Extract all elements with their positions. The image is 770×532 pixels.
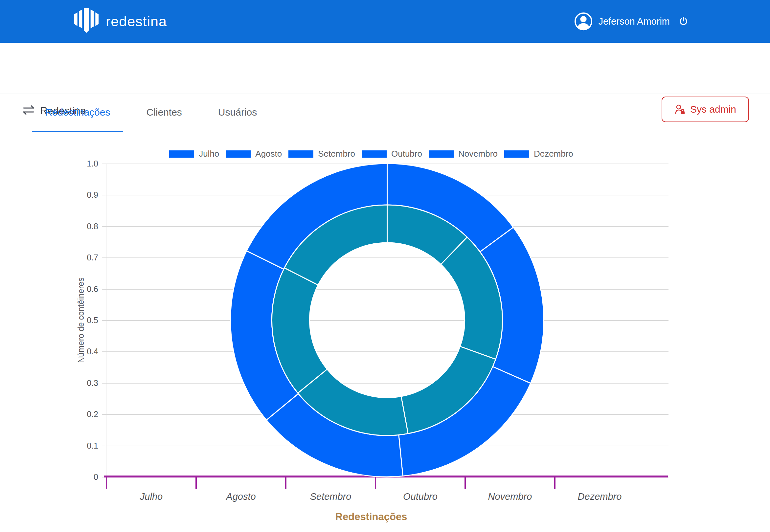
y-tickmark [102,446,106,446]
y-tickmark [102,320,106,321]
y-tick-label: 0.8 [72,221,98,231]
legend-swatch [169,150,194,158]
y-tick-label: 0.6 [72,284,98,294]
x-tick-label: Julho [115,491,187,502]
legend-item-julho[interactable]: Julho [169,149,219,159]
legend-swatch [429,150,454,158]
x-tickmark [465,477,466,489]
x-tick-label: Outubro [384,491,457,502]
gridline [106,320,669,321]
legend-label: Setembro [318,149,355,159]
legend-label: Agosto [255,149,282,159]
gridline [106,383,669,384]
x-axis-title: Redestinações [74,511,669,523]
y-axis-line [106,164,106,477]
x-tick-label: Setembro [295,491,367,502]
tab-redestinacoes[interactable]: Redestinações [32,94,123,132]
legend-item-agosto[interactable]: Agosto [226,149,282,159]
legend-item-setembro[interactable]: Setembro [288,149,355,159]
legend-swatch [288,150,313,158]
y-tick-label: 0.4 [72,346,98,356]
y-tick-label: 0.3 [72,378,98,388]
y-tick-label: 0.2 [72,409,98,419]
y-tick-label: 0.9 [72,190,98,200]
y-tickmark [102,164,106,164]
legend-swatch [226,150,251,158]
x-tick-label: Novembro [474,491,546,502]
legend-item-novembro[interactable]: Novembro [429,149,498,159]
x-tickmark [375,477,376,489]
legend-label: Outubro [391,149,422,159]
x-tickmark [285,477,286,489]
legend-label: Novembro [458,149,498,159]
legend-label: Julho [199,149,219,159]
gridline [106,351,669,352]
legend-item-outubro[interactable]: Outubro [362,149,422,159]
legend-swatch [504,150,529,158]
x-tickmark [554,477,556,489]
y-tick-label: 0.7 [72,253,98,262]
y-tickmark [102,351,106,352]
legend-swatch [362,150,387,158]
x-tickmark [106,477,107,489]
legend-label: Dezembro [534,149,573,159]
y-tickmark [102,257,106,258]
y-tick-label: 0.1 [72,441,98,451]
legend-item-dezembro[interactable]: Dezembro [504,149,573,159]
x-tickmark [195,477,197,489]
y-tickmark [102,383,106,384]
y-tick-label: 1.0 [72,159,98,168]
y-tickmark [102,195,106,195]
y-tickmark [102,289,106,290]
tab-bar: Redestinações Clientes Usuários [32,94,270,132]
chart-legend: JulhoAgostoSetembroOutubroNovembroDezemb… [74,149,669,159]
gridline [106,257,669,258]
y-tick-label: 0 [72,472,98,482]
gridline [106,289,669,290]
y-tick-label: 0.5 [72,315,98,325]
tab-clientes[interactable]: Clientes [133,94,195,132]
tab-usuarios[interactable]: Usuários [205,94,270,132]
x-tick-label: Dezembro [564,491,636,502]
y-tickmark [102,226,106,227]
app-root: redestina Jeferson Amorim Redesti [0,0,770,532]
x-tick-label: Agosto [205,491,277,502]
y-tickmark [102,414,106,415]
